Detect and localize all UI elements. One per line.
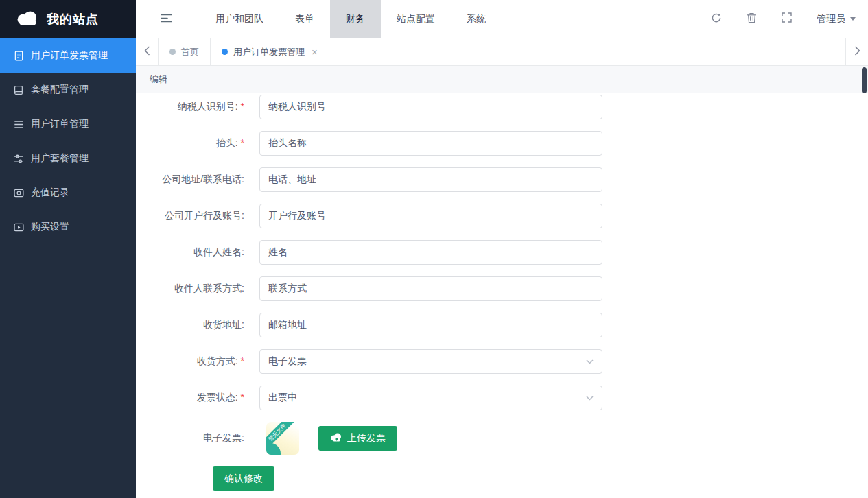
taxpayer-id-input[interactable] (259, 95, 602, 119)
top-menu-item[interactable]: 财务 (330, 0, 381, 38)
invoice-status-select[interactable]: 出票中 (259, 386, 602, 410)
chevron-right-icon (854, 46, 860, 58)
scrollbar-thumb[interactable] (862, 67, 867, 93)
page-title: 编辑 (150, 73, 167, 86)
form-rows: 纳税人识别号:*抬头:*公司地址/联系电话:公司开户行及账号:收件人姓名:收件人… (136, 95, 868, 410)
sidebar-item-label: 用户订单管理 (31, 118, 89, 130)
form-row: 收件人联系方式: (136, 276, 868, 301)
required-marker: * (241, 355, 244, 366)
refresh-icon (711, 12, 722, 26)
trash-icon (747, 12, 757, 26)
logo: 我的站点 (0, 0, 136, 38)
top-menu: 用户和团队表单财务站点配置系统 (200, 0, 502, 38)
form-row: 收货方式:*电子发票 (136, 349, 868, 374)
form-row: 收货地址: (136, 313, 868, 337)
top-menu-item[interactable]: 站点配置 (381, 0, 451, 38)
field-label: 收货地址: (136, 319, 244, 331)
refresh-button[interactable] (711, 12, 722, 26)
trash-button[interactable] (747, 12, 757, 26)
field-label: 电子发票: (136, 432, 244, 444)
select-value: 出票中 (268, 392, 297, 404)
tab-dot-icon (169, 49, 176, 55)
sidebar-item-label: 充值记录 (31, 187, 69, 199)
sidebar-collapse-button[interactable] (161, 0, 172, 38)
top-menu-item[interactable]: 表单 (279, 0, 330, 38)
sidebar: 我的站点 用户订单发票管理套餐配置管理用户订单管理用户套餐管理充值记录购买设置 (0, 0, 136, 498)
user-package-icon (14, 154, 24, 164)
field-label: 纳税人识别号:* (136, 101, 244, 113)
sidebar-item[interactable]: 购买设置 (0, 210, 136, 244)
field-label: 收件人联系方式: (136, 283, 244, 295)
user-label: 管理员 (817, 13, 845, 25)
invoice-icon (14, 51, 24, 61)
field-label: 发票状态:* (136, 392, 244, 404)
sidebar-item-label: 用户套餐管理 (31, 152, 89, 165)
sidebar-item-label: 购买设置 (31, 221, 69, 233)
order-list-icon (14, 119, 24, 130)
sidebar-item[interactable]: 用户套餐管理 (0, 141, 136, 176)
sidebar-item-label: 套餐配置管理 (31, 84, 89, 96)
tab[interactable]: 用户订单发票管理× (211, 38, 329, 65)
user-dropdown[interactable]: 管理员 (817, 13, 856, 25)
chevron-down-icon (586, 396, 594, 401)
tabs-scroll-left-button[interactable] (136, 38, 159, 65)
sidebar-item[interactable]: 充值记录 (0, 176, 136, 210)
field-label: 公司开户行及账号: (136, 210, 244, 222)
form-row: 纳税人识别号:* (136, 95, 868, 119)
delivery-method-select[interactable]: 电子发票 (259, 349, 602, 374)
navbar-actions: 管理员 (711, 0, 868, 38)
form-row: 收件人姓名: (136, 240, 868, 265)
field-label: 收件人姓名: (136, 246, 244, 259)
chevron-left-icon (144, 46, 150, 58)
required-marker: * (241, 392, 244, 403)
submit-row: 确认修改 (213, 466, 868, 491)
form-row: 抬头:* (136, 131, 868, 156)
tab-close-icon[interactable]: × (312, 47, 318, 57)
recipient-contact-input[interactable] (259, 276, 602, 301)
sidebar-item[interactable]: 用户订单管理 (0, 107, 136, 141)
package-icon (14, 85, 24, 95)
chevron-down-icon (586, 359, 594, 364)
page-header: 编辑 (136, 66, 868, 93)
tabbar: 首页用户订单发票管理× (136, 38, 868, 66)
form-row: 发票状态:*出票中 (136, 386, 868, 410)
purchase-icon (14, 222, 24, 233)
field-label: 公司地址/联系电话: (136, 174, 244, 186)
delivery-address-input[interactable] (259, 313, 602, 337)
fullscreen-button[interactable] (782, 12, 792, 25)
caret-down-icon (850, 17, 856, 21)
tab[interactable]: 首页 (159, 38, 211, 65)
site-title: 我的站点 (47, 11, 99, 27)
confirm-button[interactable]: 确认修改 (213, 466, 274, 491)
tab-label: 用户订单发票管理 (233, 46, 305, 58)
invoice-title-input[interactable] (259, 131, 602, 156)
select-value: 电子发票 (268, 355, 307, 368)
top-navbar: 用户和团队表单财务站点配置系统 管理员 (136, 0, 868, 38)
sidebar-item[interactable]: 套餐配置管理 (0, 73, 136, 107)
company-address-input[interactable] (259, 167, 602, 192)
tab-dot-icon (222, 49, 228, 55)
field-label: 收货方式:* (136, 355, 244, 368)
cloud-icon (15, 10, 40, 29)
tab-list: 首页用户订单发票管理× (159, 38, 329, 65)
upload-row: 电子发票: 暂无文件 上传发票 (136, 422, 868, 455)
sidebar-item[interactable]: 用户订单发票管理 (0, 38, 136, 73)
top-menu-item[interactable]: 系统 (451, 0, 502, 38)
form-row: 公司开户行及账号: (136, 204, 868, 228)
main-area: 用户和团队表单财务站点配置系统 管理员 首页用户订单发票管理× (136, 0, 868, 498)
top-menu-item[interactable]: 用户和团队 (200, 0, 279, 38)
upload-invoice-button[interactable]: 上传发票 (318, 426, 397, 451)
bank-account-input[interactable] (259, 204, 602, 228)
cloud-upload-icon (330, 433, 342, 444)
invoice-preview-image[interactable]: 暂无文件 (266, 422, 299, 455)
tabs-scroll-right-button[interactable] (845, 38, 868, 65)
tab-label: 首页 (181, 46, 199, 58)
recharge-icon (14, 188, 24, 198)
required-marker: * (241, 101, 244, 112)
recipient-name-input[interactable] (259, 240, 602, 265)
menu-fold-icon (161, 13, 172, 25)
app: 我的站点 用户订单发票管理套餐配置管理用户订单管理用户套餐管理充值记录购买设置 … (0, 0, 868, 498)
sidebar-item-label: 用户订单发票管理 (31, 49, 108, 62)
required-marker: * (241, 137, 244, 148)
sidebar-menu: 用户订单发票管理套餐配置管理用户订单管理用户套餐管理充值记录购买设置 (0, 38, 136, 244)
